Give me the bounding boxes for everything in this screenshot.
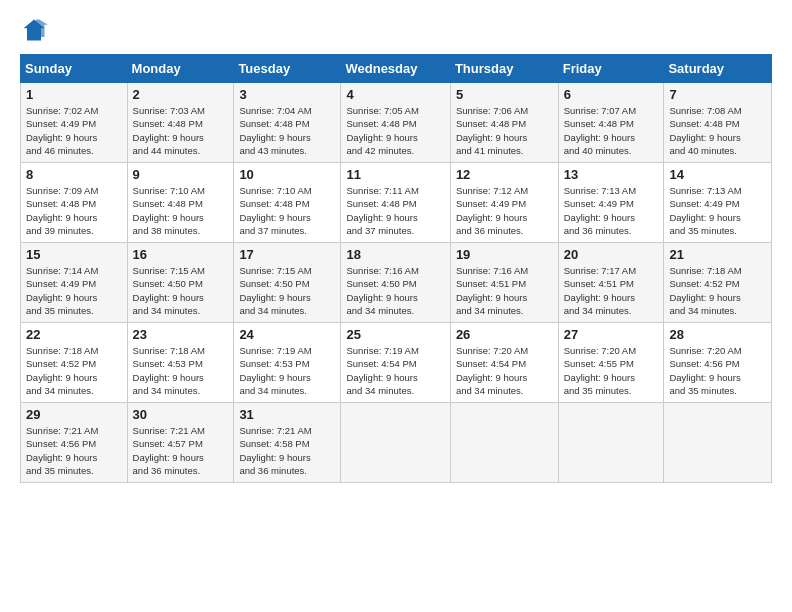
calendar-cell: 22Sunrise: 7:18 AM Sunset: 4:52 PM Dayli… — [21, 323, 128, 403]
calendar-cell: 5Sunrise: 7:06 AM Sunset: 4:48 PM Daylig… — [450, 83, 558, 163]
day-info: Sunrise: 7:12 AM Sunset: 4:49 PM Dayligh… — [456, 184, 553, 237]
day-number: 5 — [456, 87, 553, 102]
calendar-cell: 7Sunrise: 7:08 AM Sunset: 4:48 PM Daylig… — [664, 83, 772, 163]
day-info: Sunrise: 7:09 AM Sunset: 4:48 PM Dayligh… — [26, 184, 122, 237]
logo-icon — [20, 16, 48, 44]
day-info: Sunrise: 7:20 AM Sunset: 4:54 PM Dayligh… — [456, 344, 553, 397]
day-number: 8 — [26, 167, 122, 182]
day-number: 30 — [133, 407, 229, 422]
day-number: 24 — [239, 327, 335, 342]
day-number: 3 — [239, 87, 335, 102]
day-info: Sunrise: 7:18 AM Sunset: 4:52 PM Dayligh… — [669, 264, 766, 317]
day-info: Sunrise: 7:08 AM Sunset: 4:48 PM Dayligh… — [669, 104, 766, 157]
day-number: 25 — [346, 327, 444, 342]
calendar-cell: 9Sunrise: 7:10 AM Sunset: 4:48 PM Daylig… — [127, 163, 234, 243]
calendar-cell: 8Sunrise: 7:09 AM Sunset: 4:48 PM Daylig… — [21, 163, 128, 243]
week-row-4: 22Sunrise: 7:18 AM Sunset: 4:52 PM Dayli… — [21, 323, 772, 403]
calendar-cell: 16Sunrise: 7:15 AM Sunset: 4:50 PM Dayli… — [127, 243, 234, 323]
calendar-cell: 19Sunrise: 7:16 AM Sunset: 4:51 PM Dayli… — [450, 243, 558, 323]
calendar-cell: 10Sunrise: 7:10 AM Sunset: 4:48 PM Dayli… — [234, 163, 341, 243]
day-info: Sunrise: 7:04 AM Sunset: 4:48 PM Dayligh… — [239, 104, 335, 157]
calendar-cell: 27Sunrise: 7:20 AM Sunset: 4:55 PM Dayli… — [558, 323, 664, 403]
week-row-2: 8Sunrise: 7:09 AM Sunset: 4:48 PM Daylig… — [21, 163, 772, 243]
day-info: Sunrise: 7:16 AM Sunset: 4:50 PM Dayligh… — [346, 264, 444, 317]
day-number: 4 — [346, 87, 444, 102]
day-info: Sunrise: 7:18 AM Sunset: 4:53 PM Dayligh… — [133, 344, 229, 397]
calendar-cell: 13Sunrise: 7:13 AM Sunset: 4:49 PM Dayli… — [558, 163, 664, 243]
col-header-monday: Monday — [127, 55, 234, 83]
day-number: 31 — [239, 407, 335, 422]
day-info: Sunrise: 7:06 AM Sunset: 4:48 PM Dayligh… — [456, 104, 553, 157]
col-header-tuesday: Tuesday — [234, 55, 341, 83]
calendar-cell: 29Sunrise: 7:21 AM Sunset: 4:56 PM Dayli… — [21, 403, 128, 483]
day-info: Sunrise: 7:05 AM Sunset: 4:48 PM Dayligh… — [346, 104, 444, 157]
week-row-5: 29Sunrise: 7:21 AM Sunset: 4:56 PM Dayli… — [21, 403, 772, 483]
day-info: Sunrise: 7:19 AM Sunset: 4:53 PM Dayligh… — [239, 344, 335, 397]
col-header-friday: Friday — [558, 55, 664, 83]
calendar-cell — [558, 403, 664, 483]
day-number: 19 — [456, 247, 553, 262]
day-info: Sunrise: 7:02 AM Sunset: 4:49 PM Dayligh… — [26, 104, 122, 157]
calendar-cell — [450, 403, 558, 483]
day-number: 10 — [239, 167, 335, 182]
day-info: Sunrise: 7:13 AM Sunset: 4:49 PM Dayligh… — [669, 184, 766, 237]
day-number: 6 — [564, 87, 659, 102]
calendar-cell: 4Sunrise: 7:05 AM Sunset: 4:48 PM Daylig… — [341, 83, 450, 163]
logo — [20, 16, 52, 44]
calendar-cell: 3Sunrise: 7:04 AM Sunset: 4:48 PM Daylig… — [234, 83, 341, 163]
col-header-saturday: Saturday — [664, 55, 772, 83]
day-number: 2 — [133, 87, 229, 102]
day-number: 15 — [26, 247, 122, 262]
day-info: Sunrise: 7:20 AM Sunset: 4:55 PM Dayligh… — [564, 344, 659, 397]
day-number: 9 — [133, 167, 229, 182]
calendar-cell: 14Sunrise: 7:13 AM Sunset: 4:49 PM Dayli… — [664, 163, 772, 243]
day-number: 28 — [669, 327, 766, 342]
calendar-cell: 11Sunrise: 7:11 AM Sunset: 4:48 PM Dayli… — [341, 163, 450, 243]
day-number: 22 — [26, 327, 122, 342]
day-info: Sunrise: 7:20 AM Sunset: 4:56 PM Dayligh… — [669, 344, 766, 397]
day-number: 12 — [456, 167, 553, 182]
day-info: Sunrise: 7:14 AM Sunset: 4:49 PM Dayligh… — [26, 264, 122, 317]
calendar-cell: 20Sunrise: 7:17 AM Sunset: 4:51 PM Dayli… — [558, 243, 664, 323]
day-number: 11 — [346, 167, 444, 182]
calendar-cell: 25Sunrise: 7:19 AM Sunset: 4:54 PM Dayli… — [341, 323, 450, 403]
calendar-cell: 30Sunrise: 7:21 AM Sunset: 4:57 PM Dayli… — [127, 403, 234, 483]
calendar-cell: 31Sunrise: 7:21 AM Sunset: 4:58 PM Dayli… — [234, 403, 341, 483]
day-number: 21 — [669, 247, 766, 262]
day-info: Sunrise: 7:16 AM Sunset: 4:51 PM Dayligh… — [456, 264, 553, 317]
day-number: 23 — [133, 327, 229, 342]
page-header — [20, 16, 772, 44]
col-header-sunday: Sunday — [21, 55, 128, 83]
day-info: Sunrise: 7:03 AM Sunset: 4:48 PM Dayligh… — [133, 104, 229, 157]
calendar-cell: 23Sunrise: 7:18 AM Sunset: 4:53 PM Dayli… — [127, 323, 234, 403]
day-number: 1 — [26, 87, 122, 102]
day-info: Sunrise: 7:13 AM Sunset: 4:49 PM Dayligh… — [564, 184, 659, 237]
calendar-cell: 28Sunrise: 7:20 AM Sunset: 4:56 PM Dayli… — [664, 323, 772, 403]
day-info: Sunrise: 7:19 AM Sunset: 4:54 PM Dayligh… — [346, 344, 444, 397]
calendar-cell: 6Sunrise: 7:07 AM Sunset: 4:48 PM Daylig… — [558, 83, 664, 163]
day-number: 29 — [26, 407, 122, 422]
day-info: Sunrise: 7:07 AM Sunset: 4:48 PM Dayligh… — [564, 104, 659, 157]
calendar-cell: 26Sunrise: 7:20 AM Sunset: 4:54 PM Dayli… — [450, 323, 558, 403]
day-number: 20 — [564, 247, 659, 262]
day-info: Sunrise: 7:15 AM Sunset: 4:50 PM Dayligh… — [239, 264, 335, 317]
day-number: 16 — [133, 247, 229, 262]
calendar-cell: 17Sunrise: 7:15 AM Sunset: 4:50 PM Dayli… — [234, 243, 341, 323]
calendar-cell: 24Sunrise: 7:19 AM Sunset: 4:53 PM Dayli… — [234, 323, 341, 403]
calendar-cell — [341, 403, 450, 483]
calendar-cell: 2Sunrise: 7:03 AM Sunset: 4:48 PM Daylig… — [127, 83, 234, 163]
week-row-1: 1Sunrise: 7:02 AM Sunset: 4:49 PM Daylig… — [21, 83, 772, 163]
calendar-cell: 18Sunrise: 7:16 AM Sunset: 4:50 PM Dayli… — [341, 243, 450, 323]
day-number: 26 — [456, 327, 553, 342]
calendar-cell: 1Sunrise: 7:02 AM Sunset: 4:49 PM Daylig… — [21, 83, 128, 163]
week-row-3: 15Sunrise: 7:14 AM Sunset: 4:49 PM Dayli… — [21, 243, 772, 323]
calendar-cell — [664, 403, 772, 483]
day-number: 18 — [346, 247, 444, 262]
day-number: 14 — [669, 167, 766, 182]
day-info: Sunrise: 7:10 AM Sunset: 4:48 PM Dayligh… — [239, 184, 335, 237]
day-info: Sunrise: 7:18 AM Sunset: 4:52 PM Dayligh… — [26, 344, 122, 397]
day-info: Sunrise: 7:17 AM Sunset: 4:51 PM Dayligh… — [564, 264, 659, 317]
day-number: 13 — [564, 167, 659, 182]
col-header-thursday: Thursday — [450, 55, 558, 83]
day-number: 7 — [669, 87, 766, 102]
